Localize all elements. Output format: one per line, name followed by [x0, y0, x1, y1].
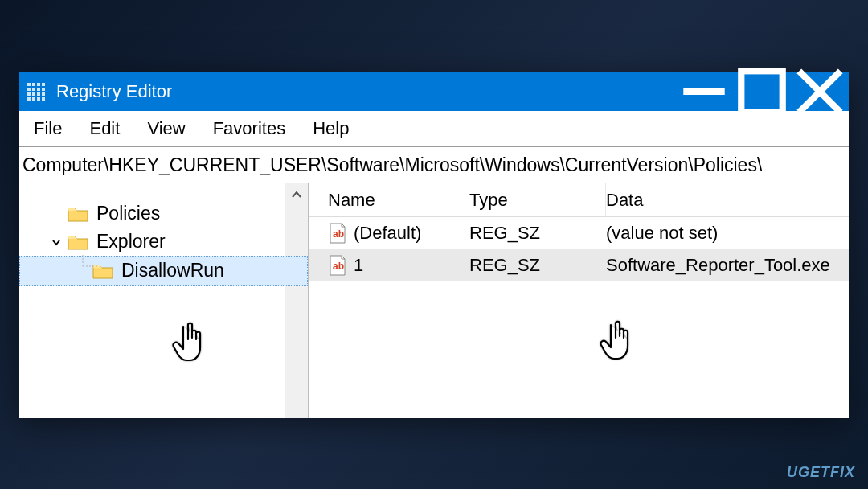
tree-item-disallowrun[interactable]: DisallowRun: [19, 256, 308, 286]
value-type: REG_SZ: [469, 223, 606, 244]
address-path: Computer\HKEY_CURRENT_USER\Software\Micr…: [23, 154, 762, 176]
tree-label: Explorer: [96, 231, 166, 253]
folder-icon: [68, 205, 88, 223]
close-button[interactable]: [791, 72, 849, 111]
tree-label: DisallowRun: [121, 260, 224, 281]
value-name: 1: [354, 255, 363, 276]
content-area: Policies Explorer DisallowR: [19, 183, 849, 418]
menubar: File Edit View Favorites Help: [19, 111, 849, 146]
svg-text:ab: ab: [333, 261, 344, 272]
value-data: (value not set): [606, 223, 849, 244]
value-list-panel: Name Type Data ab (Default) REG_SZ (valu…: [309, 183, 849, 418]
svg-text:ab: ab: [333, 228, 344, 240]
tree-item-explorer[interactable]: Explorer: [19, 228, 308, 256]
column-header-name[interactable]: Name: [309, 183, 469, 216]
registry-editor-window: Registry Editor File Edit View Favorites…: [19, 72, 849, 418]
tree-item-policies[interactable]: Policies: [19, 199, 308, 228]
tree-panel: Policies Explorer DisallowR: [19, 183, 309, 418]
menu-help[interactable]: Help: [313, 118, 349, 139]
window-controls: [675, 72, 849, 111]
svg-rect-1: [741, 71, 782, 112]
maximize-button[interactable]: [733, 72, 791, 111]
scroll-up-button[interactable]: [285, 183, 308, 206]
tree-label: Policies: [96, 203, 160, 224]
menu-view[interactable]: View: [147, 118, 185, 139]
folder-icon: [92, 262, 113, 280]
menu-favorites[interactable]: Favorites: [213, 118, 285, 139]
list-row[interactable]: ab 1 REG_SZ Software_Reporter_Tool.exe: [309, 249, 849, 281]
list-header: Name Type Data: [309, 183, 849, 217]
string-icon: ab: [328, 255, 347, 276]
window-title: Registry Editor: [56, 81, 172, 102]
folder-icon: [68, 233, 88, 251]
minimize-button[interactable]: [675, 72, 733, 111]
value-type: REG_SZ: [469, 255, 606, 276]
collapse-icon[interactable]: [48, 236, 64, 248]
column-header-data[interactable]: Data: [606, 183, 849, 216]
tree-scrollbar[interactable]: [285, 206, 308, 418]
string-icon: ab: [328, 223, 347, 244]
column-header-type[interactable]: Type: [469, 183, 606, 216]
app-icon: [27, 83, 45, 101]
value-name: (Default): [354, 223, 421, 244]
titlebar[interactable]: Registry Editor: [19, 72, 849, 111]
menu-edit[interactable]: Edit: [89, 118, 120, 139]
list-row[interactable]: ab (Default) REG_SZ (value not set): [309, 217, 849, 249]
watermark: UGETFIX: [787, 464, 855, 481]
menu-file[interactable]: File: [34, 118, 62, 139]
value-data: Software_Reporter_Tool.exe: [606, 255, 849, 276]
address-bar[interactable]: Computer\HKEY_CURRENT_USER\Software\Micr…: [19, 146, 849, 183]
